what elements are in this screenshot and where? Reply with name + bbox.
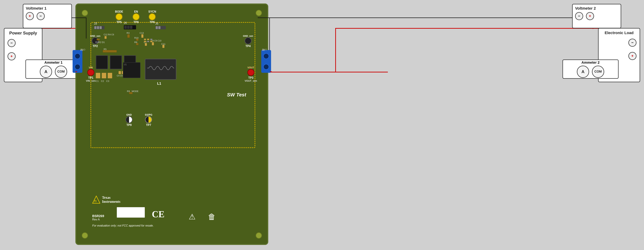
tp4-label: TP4 — [246, 45, 250, 48]
c12r4c6-label: C12 R4 C6 — [104, 33, 114, 36]
tp8-circle — [132, 13, 140, 20]
power-supply-plus: + — [8, 52, 16, 60]
c4c5-label: C4 C5 — [117, 75, 123, 77]
tp5-circle — [116, 13, 122, 20]
ammeter1-terminals: A COM — [40, 66, 67, 78]
u1-chip: U1 — [123, 62, 140, 78]
voltmeter1-plus: + — [26, 12, 34, 20]
j3-label: J3 — [94, 22, 104, 25]
c3 — [108, 73, 112, 78]
voltmeter1-box: Voltmeter 1 + − — [23, 4, 72, 28]
ti-name: Texas — [102, 196, 120, 200]
voltmeter2-title: Voltmeter 2 — [575, 6, 618, 11]
wire-v-right — [335, 28, 336, 72]
c1 — [96, 73, 100, 78]
tp4-sublabel: GND_sen — [243, 35, 253, 37]
j2-connector — [261, 50, 271, 73]
warning-symbol2: 🗑 — [208, 212, 216, 221]
mode-label: MODE — [132, 90, 138, 93]
tp2-sublabel: GND_sen — [90, 35, 100, 37]
eval-text: For evaluation only; not FCC approved fo… — [92, 224, 154, 227]
tp4: GND_sen TP4 — [243, 34, 253, 48]
r5-label: R5 — [104, 48, 106, 51]
wire-right-bottom — [335, 72, 388, 72]
eload-minus-label: − — [632, 40, 634, 45]
tp1: VIN TP1 VIN_sen — [86, 66, 96, 82]
voltmeter1-minus-label: − — [40, 14, 42, 18]
c2 — [102, 73, 106, 78]
r2 — [96, 39, 100, 40]
tp4-circle — [244, 37, 252, 44]
j1-connector — [72, 50, 82, 73]
c2-label: C2 — [101, 80, 104, 82]
j2-hole1 — [263, 53, 269, 59]
tp6-circle — [149, 13, 156, 20]
eload-title: Electronic Load — [602, 31, 636, 35]
ammeter2-title: Ammeter 2 — [582, 61, 600, 65]
c4 — [118, 71, 121, 74]
wire-tp3-right — [269, 72, 336, 72]
ammeter2-com: COM — [592, 66, 604, 78]
tp7: SS/PG TP7 — [145, 113, 152, 127]
wire-gnd-v2-right — [269, 17, 270, 52]
tp2-label: TP2 — [93, 45, 98, 48]
dashed-region — [90, 22, 255, 148]
ammeter2-a: A — [577, 66, 589, 78]
ce-mark: CE — [152, 209, 164, 219]
j1-gnd-label: GND — [80, 48, 86, 51]
corner-hole-bl — [82, 232, 88, 239]
inductor-left1 — [96, 55, 108, 69]
tp9-circle — [126, 116, 132, 123]
c13 — [141, 34, 144, 38]
sw-test-label: SW Test — [227, 92, 246, 98]
c1-label: C1 — [96, 80, 99, 82]
board-model: BSR269 — [92, 214, 104, 218]
voltmeter1-terminals: + − — [26, 12, 69, 20]
tp1-circle — [87, 69, 94, 76]
r9-label: R9 — [127, 90, 130, 93]
j5-label: J5 — [155, 22, 166, 25]
white-label — [117, 207, 145, 218]
power-supply-minus: − — [8, 39, 16, 47]
tp3-vout-label: VOUT — [248, 66, 254, 69]
r1r2d1-label: R1R2 D1 — [96, 41, 105, 44]
tp9: GND TP9 — [126, 113, 132, 127]
eload-plus-label: + — [632, 54, 634, 58]
c10 — [152, 42, 154, 45]
inductor-left2 — [110, 55, 122, 69]
corner-hole-tl — [82, 10, 88, 16]
tp3-label: TP3 — [248, 76, 253, 79]
wire-gnd-top-left — [76, 17, 86, 18]
voltmeter2-plus-label: + — [589, 14, 591, 18]
corner-hole-br — [256, 232, 262, 239]
tp7-sspg-label: SS/PG — [145, 113, 152, 116]
j5-connector: J5 — [155, 22, 166, 29]
j1-hole2 — [75, 64, 80, 70]
j1-hole1 — [75, 53, 80, 59]
l1-svg — [147, 64, 174, 72]
corner-hole-tr — [256, 10, 262, 16]
voltmeter2-minus-label: − — [578, 14, 580, 18]
board-info: BSR269 Rev A — [92, 214, 104, 221]
voltmeter2-minus: − — [575, 12, 583, 20]
ti-logo-area: TI Texas Instruments — [92, 196, 120, 204]
tp1-vin-label: VIN — [89, 66, 93, 69]
wire-gnd-top-right — [258, 17, 270, 18]
r3 — [127, 34, 130, 38]
r10-label: R10 — [134, 37, 138, 39]
warning-symbol1: ⚠ — [189, 212, 196, 221]
r1r2d1-group — [96, 39, 99, 40]
r3-label: R3 — [126, 32, 130, 34]
ps-plus-label: + — [10, 54, 13, 59]
c6 — [104, 36, 106, 39]
tp3-sublabel: VOUT_sen — [244, 79, 257, 82]
voltmeter1-minus: − — [37, 12, 45, 20]
voltmeter1-title: Voltmeter 1 — [26, 6, 69, 11]
eload-plus: + — [628, 52, 636, 60]
ammeter1-com: COM — [55, 66, 67, 78]
tp1-label: TP1 — [88, 76, 93, 79]
smd-group — [144, 39, 153, 42]
ammeter2-terminals: A COM — [577, 66, 604, 78]
r8-label: R8 — [134, 41, 137, 44]
tp5: BODE TP5 — [115, 10, 123, 24]
